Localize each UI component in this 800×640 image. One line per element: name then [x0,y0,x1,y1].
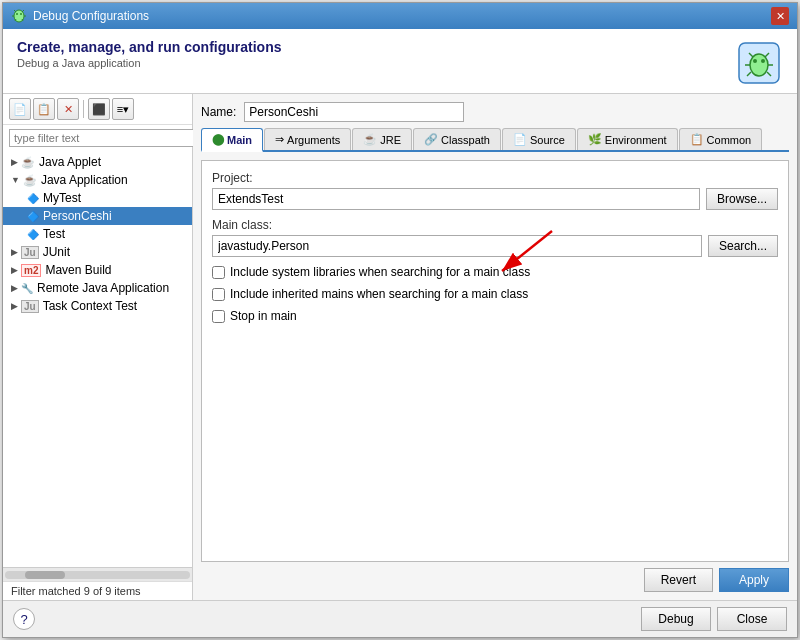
right-panel: Name: ⬤ Main ⇒ Arguments ☕ JRE [193,94,797,600]
junit-icon: Ju [21,246,39,259]
bottom-left: ? [13,608,35,630]
scrollbar-thumb[interactable] [25,571,65,579]
tab-source[interactable]: 📄 Source [502,128,576,150]
filter-input[interactable] [9,129,198,147]
inherited-checkbox[interactable] [212,288,225,301]
svg-point-12 [761,59,765,63]
junit-label: JUnit [43,245,70,259]
task-context-label: Task Context Test [43,299,138,313]
scrollbar-track [5,571,190,579]
expand-arrow: ▶ [11,247,18,257]
classpath-tab-icon: 🔗 [424,133,438,146]
tab-classpath[interactable]: 🔗 Classpath [413,128,501,150]
expand-arrow: ▶ [11,265,18,275]
java-applet-label: Java Applet [39,155,101,169]
stop-in-main-checkbox[interactable] [212,310,225,323]
debug-button[interactable]: Debug [641,607,711,631]
right-panel-wrapper: Name: ⬤ Main ⇒ Arguments ☕ JRE [193,94,797,600]
classpath-tab-label: Classpath [441,134,490,146]
mytest-icon: 🔷 [27,193,39,204]
apply-button[interactable]: Apply [719,568,789,592]
checkbox-inherited: Include inherited mains when searching f… [212,287,778,301]
mytest-label: MyTest [43,191,81,205]
header-text: Create, manage, and run configurations D… [17,39,282,69]
header-area: Create, manage, and run configurations D… [3,29,797,94]
duplicate-button[interactable]: 📋 [33,98,55,120]
syslibs-label: Include system libraries when searching … [230,265,530,279]
bottom-bar: ? Debug Close [3,600,797,637]
filter-status: Filter matched 9 of 9 items [3,581,192,600]
close-window-button[interactable]: ✕ [771,7,789,25]
tree-item-mytest[interactable]: 🔷 MyTest [3,189,192,207]
bottom-right: Debug Close [641,607,787,631]
personceshi-label: PersonCeshi [43,209,112,223]
expand-arrow: ▶ [11,301,18,311]
java-applet-icon: ☕ [21,156,35,169]
filter-button[interactable]: ⬛ [88,98,110,120]
env-tab-label: Environment [605,134,667,146]
project-label: Project: [212,171,778,185]
tree-item-java-application[interactable]: ▼ ☕ Java Application [3,171,192,189]
debug-configurations-dialog: Debug Configurations ✕ Create, manage, a… [2,2,798,638]
java-application-label: Java Application [41,173,128,187]
new-config-button[interactable]: 📄 [9,98,31,120]
tab-common[interactable]: 📋 Common [679,128,763,150]
header-subtext: Debug a Java application [17,57,282,69]
mainclass-input[interactable] [212,235,702,257]
inherited-label: Include inherited mains when searching f… [230,287,528,301]
tree-item-remote-java[interactable]: ▶ 🔧 Remote Java Application [3,279,192,297]
main-tab-icon: ⬤ [212,133,224,146]
tree-area: ▶ ☕ Java Applet ▼ ☕ Java Application 🔷 M… [3,151,192,567]
close-button[interactable]: Close [717,607,787,631]
tree-item-maven-build[interactable]: ▶ m2 Maven Build [3,261,192,279]
separator [83,100,84,118]
collapse-button[interactable]: ≡▾ [112,98,134,120]
source-tab-icon: 📄 [513,133,527,146]
browse-button[interactable]: Browse... [706,188,778,210]
tab-jre[interactable]: ☕ JRE [352,128,412,150]
expand-arrow: ▶ [11,283,18,293]
source-tab-label: Source [530,134,565,146]
expand-arrow: ▼ [11,175,20,185]
toolbar: 📄 📋 ✕ ⬛ ≡▾ [3,94,192,125]
revert-button[interactable]: Revert [644,568,713,592]
config-panel: Project: Browse... Main class: Search... [201,160,789,562]
syslibs-checkbox[interactable] [212,266,225,279]
help-button[interactable]: ? [13,608,35,630]
tab-environment[interactable]: 🌿 Environment [577,128,678,150]
project-input[interactable] [212,188,700,210]
name-row: Name: [201,102,789,122]
svg-line-4 [22,10,24,12]
debug-icon [11,8,27,24]
title-bar: Debug Configurations ✕ [3,3,797,29]
title-bar-left: Debug Configurations [11,8,149,24]
bug-logo-icon [735,39,783,87]
tree-item-java-applet[interactable]: ▶ ☕ Java Applet [3,153,192,171]
left-panel: 📄 📋 ✕ ⬛ ≡▾ ▶ ☕ Java Applet ▼ ☕ [3,94,193,600]
tree-item-personceshi[interactable]: 🔷 PersonCeshi [3,207,192,225]
tree-item-task-context[interactable]: ▶ Ju Task Context Test [3,297,192,315]
jre-tab-label: JRE [380,134,401,146]
tabs-bar: ⬤ Main ⇒ Arguments ☕ JRE 🔗 Classpath [201,128,789,152]
stop-in-main-label: Stop in main [230,309,297,323]
mainclass-label: Main class: [212,218,778,232]
expand-arrow: ▶ [11,157,18,167]
tab-main[interactable]: ⬤ Main [201,128,263,152]
delete-button[interactable]: ✕ [57,98,79,120]
maven-icon: m2 [21,264,41,277]
maven-build-label: Maven Build [45,263,111,277]
main-content: 📄 📋 ✕ ⬛ ≡▾ ▶ ☕ Java Applet ▼ ☕ [3,94,797,600]
mainclass-field-group: Main class: Search... [212,218,778,257]
name-input[interactable] [244,102,464,122]
main-tab-label: Main [227,134,252,146]
args-tab-label: Arguments [287,134,340,146]
horizontal-scrollbar[interactable] [3,567,192,581]
tab-arguments[interactable]: ⇒ Arguments [264,128,351,150]
tree-item-junit[interactable]: ▶ Ju JUnit [3,243,192,261]
name-label: Name: [201,105,236,119]
checkbox-syslibs: Include system libraries when searching … [212,265,778,279]
tree-item-test[interactable]: 🔷 Test [3,225,192,243]
search-button[interactable]: Search... [708,235,778,257]
title-bar-text: Debug Configurations [33,9,149,23]
env-tab-icon: 🌿 [588,133,602,146]
